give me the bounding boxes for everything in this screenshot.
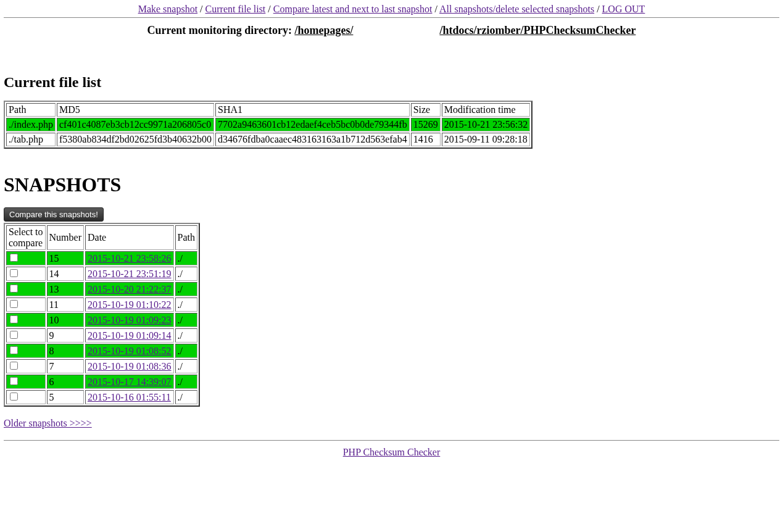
snapshot-number-cell: 13 (47, 282, 84, 296)
snapshot-row: 62015-10-17 14:39:07./ (6, 375, 197, 389)
snapshot-select-cell (6, 282, 46, 296)
snapshot-select-checkbox[interactable] (10, 269, 18, 277)
monitoring-path-a: /homepages/ (294, 24, 353, 36)
file-list-table: PathMD5SHA1SizeModification time./index.… (4, 101, 532, 149)
snapshot-number-cell: 7 (47, 359, 84, 373)
file-list-cell-sha1: 7702a9463601cb12edaef4ceb5bc0b0de79344fb (215, 118, 410, 131)
snapshot-select-checkbox[interactable] (10, 315, 18, 323)
snapshot-select-checkbox[interactable] (10, 254, 18, 262)
snapshot-date-link[interactable]: 2015-10-16 01:55:11 (88, 392, 171, 402)
make-snapshot-link[interactable]: Make snapshot (138, 4, 197, 14)
snapshot-date-cell: 2015-10-19 01:08:52 (85, 344, 174, 358)
snapshot-date-cell: 2015-10-19 01:10:22 (85, 297, 174, 312)
compare-snapshots-button[interactable]: Compare this snapshots! (4, 207, 104, 222)
snapshot-select-cell (6, 359, 46, 373)
file-list-cell-size: 15269 (411, 118, 441, 131)
snapshot-number-cell: 5 (47, 390, 84, 404)
snapshot-date-cell: 2015-10-19 01:08:36 (85, 359, 174, 373)
snapshot-number-cell: 6 (47, 375, 84, 389)
snapshot-select-cell (6, 267, 46, 281)
snapshot-date-cell: 2015-10-21 23:51:19 (85, 267, 174, 281)
snapshot-path-cell: ./ (175, 359, 197, 373)
snapshot-select-checkbox[interactable] (10, 331, 18, 339)
snapshot-number-cell: 11 (47, 297, 84, 312)
all-snapshots-link[interactable]: All snapshots/delete selected snapshots (439, 4, 594, 14)
snapshot-number-cell: 9 (47, 328, 84, 343)
file-list-header-path: Path (6, 103, 56, 117)
snapshot-number-cell: 8 (47, 344, 84, 358)
snapshots-header-number: Number (47, 225, 84, 250)
snapshot-number-cell: 10 (47, 313, 84, 327)
snapshot-date-link[interactable]: 2015-10-21 23:51:19 (88, 268, 172, 279)
nav-sep: / (265, 4, 273, 14)
snapshot-date-link[interactable]: 2015-10-19 01:08:52 (88, 346, 172, 356)
snapshot-row: 112015-10-19 01:10:22./ (6, 297, 197, 312)
file-list-cell-mtime: 2015-09-11 09:28:18 (442, 133, 531, 146)
snapshot-path-cell: ./ (175, 328, 197, 343)
snapshot-row: 142015-10-21 23:51:19./ (6, 267, 197, 281)
file-list-header-mtime: Modification time (442, 103, 531, 117)
snapshot-select-checkbox[interactable] (10, 346, 18, 354)
snapshot-date-cell: 2015-10-21 23:58:26 (85, 251, 174, 265)
snapshot-path-cell: ./ (175, 251, 197, 265)
snapshot-path-cell: ./ (175, 313, 197, 327)
nav-sep: / (197, 4, 205, 14)
snapshot-number-cell: 15 (47, 251, 84, 265)
file-list-heading: Current file list (4, 74, 779, 91)
snapshot-date-link[interactable]: 2015-10-19 01:09:14 (88, 330, 172, 341)
snapshot-date-link[interactable]: 2015-10-19 01:10:22 (88, 299, 172, 310)
snapshot-select-checkbox[interactable] (10, 300, 18, 308)
snapshot-select-cell (6, 344, 46, 358)
older-snapshots: Older snapshots >>>> (4, 418, 779, 429)
file-list-header-md5: MD5 (57, 103, 214, 117)
file-list-cell-md5: f5380ab834df2bd02625fd3b40632b00 (57, 133, 214, 146)
snapshot-date-link[interactable]: 2015-10-21 23:58:26 (88, 253, 172, 264)
snapshot-select-checkbox[interactable] (10, 393, 18, 401)
snapshot-path-cell: ./ (175, 297, 197, 312)
snapshot-select-cell (6, 375, 46, 389)
monitoring-path-b: /htdocs/rziomber/PHPChecksumChecker (439, 24, 636, 36)
snapshot-row: 82015-10-19 01:08:52./ (6, 344, 197, 358)
divider (4, 17, 779, 18)
footer-link[interactable]: PHP Checksum Checker (343, 447, 441, 457)
snapshot-select-checkbox[interactable] (10, 362, 18, 370)
snapshot-date-link[interactable]: 2015-10-19 01:08:36 (88, 361, 172, 372)
file-list-row: ./tab.phpf5380ab834df2bd02625fd3b40632b0… (6, 133, 530, 146)
top-nav: Make snapshot / Current file list / Comp… (4, 4, 779, 15)
snapshot-row: 72015-10-19 01:08:36./ (6, 359, 197, 373)
snapshot-path-cell: ./ (175, 375, 197, 389)
snapshot-select-cell (6, 313, 46, 327)
compare-latest-link[interactable]: Compare latest and next to last snapshot (273, 4, 433, 14)
snapshots-heading: SNAPSHOTS (4, 173, 779, 196)
snapshot-date-link[interactable]: 2015-10-17 14:39:07 (88, 376, 172, 387)
snapshot-select-cell (6, 390, 46, 404)
snapshot-path-cell: ./ (175, 390, 197, 404)
snapshot-select-cell (6, 328, 46, 343)
snapshots-header-date: Date (85, 225, 174, 250)
file-list-cell-mtime: 2015-10-21 23:56:32 (442, 118, 531, 131)
snapshot-row: 132015-10-20 21:22:37./ (6, 282, 197, 296)
logout-link[interactable]: LOG OUT (602, 4, 645, 14)
snapshot-select-cell (6, 251, 46, 265)
older-snapshots-link[interactable]: Older snapshots >>>> (4, 418, 92, 428)
snapshot-date-cell: 2015-10-16 01:55:11 (85, 390, 174, 404)
snapshot-select-checkbox[interactable] (10, 377, 18, 385)
snapshot-row: 92015-10-19 01:09:14./ (6, 328, 197, 343)
snapshot-select-checkbox[interactable] (10, 285, 18, 293)
snapshot-select-cell (6, 297, 46, 312)
nav-sep: / (594, 4, 602, 14)
snapshot-row: 102015-10-19 01:09:23./ (6, 313, 197, 327)
file-list-header-size: Size (411, 103, 441, 117)
snapshot-date-link[interactable]: 2015-10-20 21:22:37 (88, 284, 172, 294)
monitoring-label: Current monitoring directory: (147, 24, 295, 36)
file-list-header-sha1: SHA1 (215, 103, 410, 117)
current-file-list-link[interactable]: Current file list (205, 4, 266, 14)
file-list-cell-sha1: d34676fdba0caaec483163163a1b712d563efab4 (215, 133, 410, 146)
snapshot-date-cell: 2015-10-19 01:09:14 (85, 328, 174, 343)
snapshot-row: 152015-10-21 23:58:26./ (6, 251, 197, 265)
snapshot-date-cell: 2015-10-17 14:39:07 (85, 375, 174, 389)
divider (4, 440, 779, 441)
file-list-cell-size: 1416 (411, 133, 441, 146)
snapshot-number-cell: 14 (47, 267, 84, 281)
snapshot-date-link[interactable]: 2015-10-19 01:09:23 (88, 315, 172, 325)
